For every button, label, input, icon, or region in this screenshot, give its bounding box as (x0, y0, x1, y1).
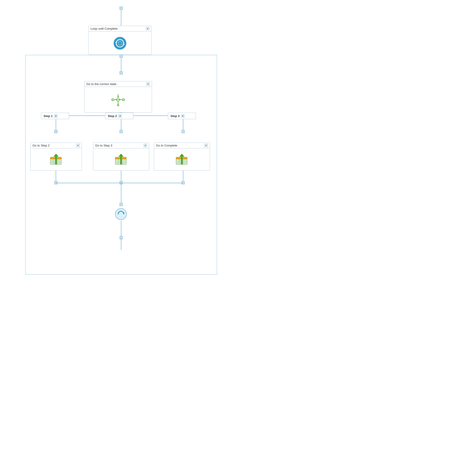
goto-step3-dropdown[interactable]: ▾ (144, 144, 147, 147)
goto-complete-icon (175, 153, 189, 166)
node-step1-bottom (54, 130, 58, 133)
connector-bottom-out (121, 221, 121, 238)
step1-label: Step 1 (44, 114, 53, 118)
goto-complete-header[interactable]: Go to Complete ▾ (154, 143, 210, 148)
loop-end-icon (114, 208, 127, 221)
connector-join-down (121, 183, 121, 205)
workflow-canvas: Loop until Complete ▾ (0, 0, 449, 476)
step2-label: Step 2 (108, 114, 117, 118)
svg-point-15 (117, 104, 119, 106)
go-to-correct-state-box[interactable]: Go to the correct state ▾ (84, 81, 152, 113)
step3-label: Step 3 (171, 114, 180, 118)
goto-complete-box[interactable]: Go to Complete ▾ (154, 142, 210, 170)
goto-step3-header[interactable]: Go to Step 3 ▾ (93, 143, 149, 148)
svg-point-2 (114, 37, 126, 49)
goto-complete-dropdown[interactable]: ▾ (204, 144, 208, 147)
loop-until-complete-label: Loop until Complete (91, 27, 118, 30)
goto-step2-icon (49, 153, 63, 166)
svg-point-41 (115, 209, 127, 220)
connector-loop-to-state (121, 55, 121, 74)
goto-step2-box[interactable]: Go to Step 2 ▾ (30, 142, 82, 170)
goto-step3-label: Go to Step 3 (95, 144, 112, 147)
go-to-correct-state-dropdown[interactable]: ▾ (146, 82, 150, 86)
loop-until-complete-dropdown[interactable]: ▾ (146, 27, 150, 30)
goto-step3-icon (114, 153, 128, 166)
connector-very-top (121, 238, 121, 250)
node-top (120, 6, 123, 10)
node-join-center (120, 203, 123, 206)
node-state-top (120, 71, 123, 74)
goto-step3-box[interactable]: Go to Step 3 ▾ (93, 142, 149, 170)
go-to-correct-state-header[interactable]: Go to the correct state ▾ (84, 81, 152, 87)
goto-step2-body (47, 148, 65, 170)
step3-dropdown[interactable]: ▾ (181, 114, 184, 118)
goto-complete-label: Go to Complete (156, 144, 177, 147)
go-to-correct-state-body (108, 87, 129, 112)
step2-dropdown[interactable]: ▾ (118, 114, 122, 118)
step2-box[interactable]: Step 2 ▾ (105, 113, 133, 119)
loop-until-complete-box[interactable]: Loop until Complete ▾ (88, 26, 151, 55)
connector-h-bottom-join (56, 183, 183, 183)
go-to-correct-state-label: Go to the correct state (86, 82, 116, 86)
node-loop-bottom (120, 54, 123, 58)
goto-step2-dropdown[interactable]: ▾ (76, 144, 80, 147)
node-step3-bottom (181, 130, 185, 133)
goto-step3-body (112, 148, 131, 170)
node-step2-bottom (120, 130, 123, 133)
goto-complete-body (173, 148, 191, 170)
connector-top-to-loop (121, 7, 121, 28)
step3-box[interactable]: Step 3 ▾ (168, 113, 196, 119)
step1-dropdown[interactable]: ▾ (54, 114, 58, 118)
goto-step2-label: Go to Step 2 (33, 144, 50, 147)
loop-icon (113, 36, 127, 50)
loop-until-complete-body (111, 32, 129, 55)
step1-box[interactable]: Step 1 ▾ (41, 113, 69, 119)
goto-step2-header[interactable]: Go to Step 2 ▾ (31, 143, 82, 148)
loop-until-complete-header[interactable]: Loop until Complete ▾ (89, 26, 151, 32)
decision-icon (110, 93, 126, 107)
